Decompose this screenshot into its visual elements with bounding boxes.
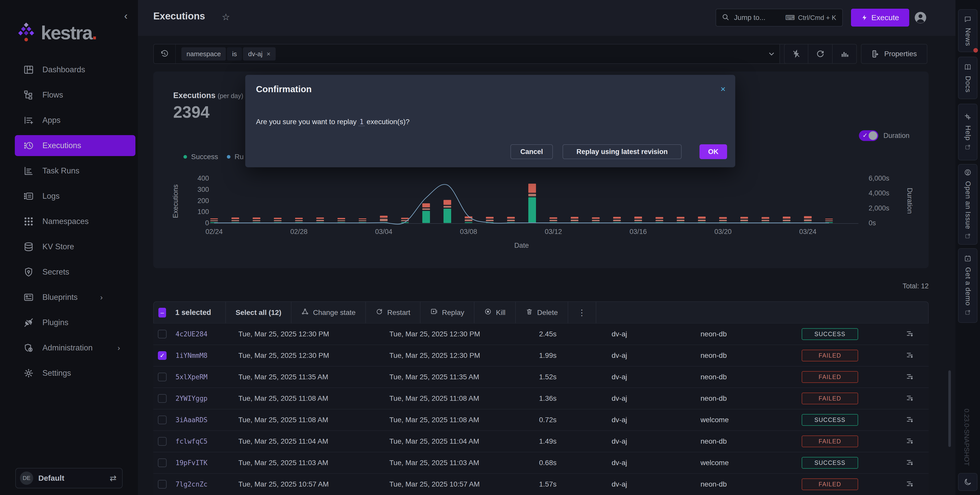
chevron-right-icon: ›	[100, 293, 103, 302]
duration-toggle-switch[interactable]: ✓	[859, 130, 878, 141]
sidebar-item-task-runs[interactable]: Task Runs	[15, 161, 135, 181]
row-checkbox[interactable]	[158, 330, 167, 338]
table-row[interactable]: 5xlXpeRMTue, Mar 25, 2025 11:35 AMTue, M…	[153, 366, 929, 387]
replay-latest-revision-button[interactable]: Replay using latest revision	[563, 144, 682, 159]
row-checkbox[interactable]	[158, 480, 167, 489]
lightning-icon	[861, 14, 868, 21]
kill-button[interactable]: Kill	[474, 302, 515, 323]
tenant-switcher[interactable]: DE Default ⇄	[15, 468, 123, 489]
execution-overview-icon[interactable]	[905, 436, 914, 446]
modal-close-icon[interactable]: ×	[721, 84, 725, 94]
rightbar-slack-button[interactable]: Help	[958, 104, 977, 161]
auto-refresh-off-button[interactable]	[784, 44, 808, 64]
legend-item[interactable]: Ru	[227, 153, 244, 161]
row-checkbox[interactable]	[158, 415, 167, 424]
filter-chip-key[interactable]: namespace	[181, 47, 226, 60]
scrollbar-thumb[interactable]	[948, 370, 951, 447]
table-row[interactable]: 4c2UE284Tue, Mar 25, 2025 12:30 PMTue, M…	[153, 323, 929, 345]
kestra-logo[interactable]: kestra.	[18, 22, 97, 44]
execution-overview-icon[interactable]	[905, 479, 914, 489]
refresh-icon	[816, 49, 825, 58]
flow: neon-db	[700, 352, 727, 360]
table-row[interactable]: 2YWIYggpTue, Mar 25, 2025 11:08 AMTue, M…	[153, 387, 929, 409]
rightbar-github-button[interactable]: Open an Issue	[958, 164, 977, 245]
sidebar-item-kv-store[interactable]: KV Store	[15, 236, 135, 257]
sidebar-item-blueprints[interactable]: Blueprints›	[15, 287, 135, 308]
more-actions-button[interactable]: ⋮	[568, 302, 596, 323]
table-row[interactable]: ✓1iYNmmM8Tue, Mar 25, 2025 12:30 PMTue, …	[153, 345, 929, 366]
sidebar-item-namespaces[interactable]: Namespaces	[15, 211, 135, 232]
flow: neon-db	[700, 373, 727, 381]
row-checkbox[interactable]	[158, 458, 167, 467]
chip-remove-icon[interactable]: ×	[267, 50, 270, 58]
execution-overview-icon[interactable]	[905, 329, 914, 339]
execution-overview-icon[interactable]	[905, 372, 914, 382]
sidebar-item-plugins[interactable]: Plugins	[15, 312, 135, 333]
row-checkbox[interactable]	[158, 372, 167, 381]
select-all-button[interactable]: Select all (12)	[226, 302, 291, 323]
execution-id-link[interactable]: 1iYNmmM8	[175, 352, 207, 360]
cancel-button[interactable]: Cancel	[511, 144, 553, 159]
row-checkbox[interactable]	[158, 394, 167, 403]
sidebar-item-administration[interactable]: Administration›	[15, 337, 135, 358]
theme-toggle-button[interactable]	[958, 473, 977, 491]
filter-chip-operator[interactable]: is	[227, 47, 242, 60]
select-all-checkbox[interactable]: –	[158, 308, 166, 317]
table-row[interactable]: 19pFvITKTue, Mar 25, 2025 11:03 AMTue, M…	[153, 452, 929, 473]
chevron-down-icon[interactable]	[767, 45, 776, 63]
properties-button[interactable]: Properties	[861, 44, 928, 64]
restart-button[interactable]: Restart	[366, 302, 420, 323]
sidebar-collapse-icon[interactable]: ‹	[124, 10, 127, 22]
legend-item[interactable]: Success	[183, 153, 218, 161]
filter-history-icon[interactable]	[154, 45, 176, 63]
external-link-icon	[965, 144, 971, 151]
execution-id-link[interactable]: 4c2UE284	[175, 330, 207, 338]
jump-to-search[interactable]: Jump to... ⌨ Ctrl/Cmd + K	[716, 9, 843, 27]
rightbar-docs-button[interactable]: Docs	[958, 57, 977, 99]
user-avatar[interactable]	[913, 11, 928, 24]
state-badge: SUCCESS	[802, 457, 858, 469]
table-row[interactable]: fclwfqC5Tue, Mar 25, 2025 11:04 AMTue, M…	[153, 430, 929, 452]
replay-button[interactable]: Replay	[420, 302, 474, 323]
delete-button[interactable]: Delete	[516, 302, 568, 323]
tenant-swap-icon[interactable]: ⇄	[110, 473, 116, 483]
duration-toggle[interactable]: ✓ Duration	[859, 130, 910, 141]
execution-id-link[interactable]: 3iAaaRDS	[175, 416, 207, 424]
sidebar-item-executions[interactable]: Executions	[15, 135, 135, 156]
namespace: dv-aj	[612, 437, 627, 446]
execution-overview-icon[interactable]	[905, 393, 914, 403]
state-badge: FAILED	[802, 436, 858, 447]
execution-id-link[interactable]: 19pFvITK	[175, 459, 207, 466]
execute-button[interactable]: Execute	[851, 9, 909, 27]
svg-text:02/28: 02/28	[290, 228, 308, 236]
execution-id-link[interactable]: fclwfqC5	[175, 438, 207, 445]
rightbar-calendar-button[interactable]: Get a demo	[958, 248, 977, 323]
filter-chip-value[interactable]: dv-aj×	[243, 47, 276, 60]
favorite-star-icon[interactable]: ☆	[222, 12, 230, 22]
sidebar-item-dashboards[interactable]: Dashboards	[15, 59, 135, 80]
execution-id-link[interactable]: 7lg2cnZc	[175, 481, 207, 488]
sidebar-item-logs[interactable]: Logs	[15, 186, 135, 207]
execution-overview-icon[interactable]	[905, 351, 914, 360]
execution-overview-icon[interactable]	[905, 458, 914, 468]
table-row[interactable]: 3iAaaRDSTue, Mar 25, 2025 11:08 AMTue, M…	[153, 409, 929, 430]
change-state-button[interactable]: Change state	[291, 302, 366, 323]
sidebar-item-secrets[interactable]: Secrets	[15, 261, 135, 282]
sidebar-item-flows[interactable]: Flows	[15, 84, 135, 105]
row-checkbox[interactable]: ✓	[158, 351, 167, 360]
modal-title: Confirmation	[256, 84, 312, 94]
end-date: Tue, Mar 25, 2025 10:57 AM	[389, 480, 480, 489]
execution-id-link[interactable]: 2YWIYggp	[175, 395, 207, 402]
refresh-button[interactable]	[808, 44, 833, 64]
ok-button[interactable]: OK	[700, 144, 727, 159]
rightbar-news-button[interactable]: News	[958, 9, 977, 52]
filter-input[interactable]: namespaceisdv-aj×	[153, 44, 780, 64]
chart-view-button[interactable]	[833, 44, 857, 64]
table-row[interactable]: 7lg2cnZcTue, Mar 25, 2025 10:57 AMTue, M…	[153, 473, 929, 495]
svg-text:03/04: 03/04	[375, 228, 392, 236]
execution-overview-icon[interactable]	[905, 415, 914, 425]
sidebar-item-settings[interactable]: Settings	[15, 363, 135, 384]
execution-id-link[interactable]: 5xlXpeRM	[175, 373, 207, 381]
sidebar-item-apps[interactable]: Apps	[15, 110, 135, 131]
row-checkbox[interactable]	[158, 437, 167, 446]
